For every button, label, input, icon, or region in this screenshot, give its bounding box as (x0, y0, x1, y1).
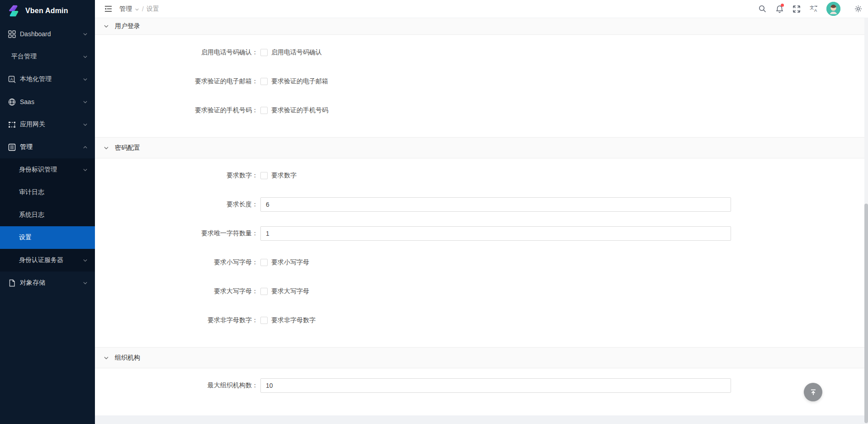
sidebar-item-audit-logs[interactable]: 审计日志 (0, 181, 95, 204)
sidebar-item-system-logs[interactable]: 系统日志 (0, 204, 95, 226)
sidebar: Vben Admin Dashboard 平台管理 A 本地化管理 Saas (0, 0, 95, 424)
sidebar-menu: Dashboard 平台管理 A 本地化管理 Saas 应用网关 (0, 23, 95, 294)
app-logo[interactable]: Vben Admin (0, 0, 95, 22)
enable-phone-confirm-checkbox[interactable] (260, 49, 268, 56)
section-title: 组织机构 (115, 354, 140, 362)
notification-dot (781, 4, 784, 7)
field-label: 启用电话号码确认： (95, 48, 258, 57)
breadcrumb-current: 设置 (146, 5, 159, 13)
fullscreen-icon[interactable] (788, 0, 805, 18)
checkbox-label[interactable]: 要求验证的手机号码 (271, 106, 328, 114)
form-row: 最大组织机构数： (95, 371, 864, 400)
field-label: 要求数字： (95, 172, 258, 180)
required-length-input[interactable] (260, 197, 731, 212)
section-title: 密码配置 (115, 144, 140, 152)
section-organization-body: 最大组织机构数： (95, 368, 864, 412)
form-row: 要求长度： (95, 190, 864, 219)
max-org-units-input[interactable] (260, 378, 731, 393)
search-icon[interactable] (754, 0, 771, 18)
checkbox-label[interactable]: 要求小写字母 (271, 258, 309, 267)
chevron-down-icon (104, 24, 109, 29)
admin-submenu: 身份标识管理 审计日志 系统日志 设置 身份认证服务器 (0, 158, 95, 272)
scrollbar-thumb[interactable] (864, 204, 868, 423)
require-confirmed-email-checkbox[interactable] (260, 78, 268, 85)
form-row: 要求小写字母： 要求小写字母 (95, 248, 864, 277)
chevron-down-icon (83, 167, 88, 172)
avatar-image (826, 2, 840, 16)
form-row: 要求大写字母： 要求大写字母 (95, 277, 864, 306)
sidebar-item-auth-server[interactable]: 身份认证服务器 (0, 249, 95, 272)
section-password-config[interactable]: 密码配置 (95, 137, 864, 158)
sidebar-item-identity-management[interactable]: 身份标识管理 (0, 158, 95, 181)
chevron-down-icon (135, 7, 139, 12)
chevron-down-icon (83, 258, 88, 263)
chevron-down-icon (83, 77, 88, 82)
breadcrumb-separator: / (142, 5, 144, 13)
selection-gateway-icon (8, 121, 16, 129)
notification-bell-icon[interactable] (771, 0, 788, 18)
admin-panel-icon (8, 143, 16, 151)
form-row: 要求验证的电子邮箱： 要求验证的电子邮箱 (95, 67, 864, 96)
sidebar-item-saas[interactable]: Saas (0, 91, 95, 113)
checkbox-label[interactable]: 要求验证的电子邮箱 (271, 77, 328, 86)
chevron-down-icon (83, 32, 88, 37)
sidebar-item-localization[interactable]: A 本地化管理 (0, 68, 95, 91)
form-row: 启用电话号码确认： 启用电话号码确认 (95, 38, 864, 67)
arrow-to-top-icon (810, 389, 817, 396)
back-to-top-button[interactable] (804, 383, 822, 401)
chevron-down-icon (104, 145, 109, 151)
require-non-alphanumeric-checkbox[interactable] (260, 317, 268, 324)
top-header: 管理 / 设置 文A (95, 0, 868, 18)
translate-icon[interactable]: 文A (805, 0, 822, 18)
breadcrumb: 管理 / 设置 (119, 5, 159, 13)
require-uppercase-checkbox[interactable] (260, 288, 268, 295)
field-label: 要求长度： (95, 200, 258, 209)
form-row: 要求验证的手机号码： 要求验证的手机号码 (95, 96, 864, 125)
chevron-down-icon (83, 281, 88, 286)
section-user-login-body: 启用电话号码确认： 启用电话号码确认 要求验证的电子邮箱： 要求验证的电子邮箱 … (95, 35, 864, 137)
chevron-down-icon (83, 54, 88, 59)
checkbox-label[interactable]: 要求非字母数字 (271, 316, 316, 324)
section-title: 用户登录 (115, 22, 140, 30)
field-label: 要求唯一字符数量： (95, 229, 258, 238)
form-row: 要求非字母数字： 要求非字母数字 (95, 306, 864, 335)
sidebar-item-admin[interactable]: 管理 (0, 136, 95, 158)
svg-text:A: A (10, 77, 13, 81)
form-row: 要求唯一字符数量： (95, 219, 864, 248)
svg-text:文: 文 (810, 5, 814, 10)
field-label: 要求验证的电子邮箱： (95, 77, 258, 86)
checkbox-label[interactable]: 要求大写字母 (271, 287, 309, 295)
checkbox-label[interactable]: 启用电话号码确认 (271, 48, 322, 57)
menu-fold-icon[interactable] (100, 0, 116, 18)
sidebar-item-object-storage[interactable]: 对象存储 (0, 272, 95, 294)
translate-file-icon: A (8, 76, 16, 83)
user-avatar[interactable] (822, 0, 844, 18)
vben-logo-icon (7, 4, 21, 18)
checkbox-label[interactable]: 要求数字 (271, 172, 297, 180)
chevron-down-icon (83, 100, 88, 105)
required-unique-chars-input[interactable] (260, 226, 731, 241)
settings-content: 用户登录 启用电话号码确认： 启用电话号码确认 要求验证的电子邮箱： 要求验证的… (95, 18, 864, 415)
header-actions: 文A (754, 0, 867, 18)
require-lowercase-checkbox[interactable] (260, 259, 268, 266)
sidebar-item-app-gateway[interactable]: 应用网关 (0, 113, 95, 136)
field-label: 要求非字母数字： (95, 316, 258, 324)
section-password-config-body: 要求数字： 要求数字 要求长度： 要求唯一字符数量： 要求小写字母： 要求小写字… (95, 158, 864, 347)
sidebar-item-dashboard[interactable]: Dashboard (0, 23, 95, 45)
document-icon (8, 279, 16, 287)
sidebar-item-settings[interactable]: 设置 (0, 226, 95, 249)
field-label: 最大组织机构数： (95, 381, 258, 390)
section-user-login[interactable]: 用户登录 (95, 18, 864, 35)
field-label: 要求小写字母： (95, 258, 258, 267)
gear-icon[interactable] (849, 0, 867, 18)
require-confirmed-phone-checkbox[interactable] (260, 107, 268, 114)
chevron-up-icon (83, 145, 88, 150)
svg-text:A: A (814, 8, 817, 13)
app-title: Vben Admin (25, 7, 68, 15)
chevron-down-icon (83, 122, 88, 127)
require-digit-checkbox[interactable] (260, 172, 268, 179)
breadcrumb-parent[interactable]: 管理 (119, 5, 132, 13)
section-organization[interactable]: 组织机构 (95, 347, 864, 368)
globe-icon (8, 98, 16, 106)
sidebar-item-platform-management[interactable]: 平台管理 (0, 45, 95, 68)
